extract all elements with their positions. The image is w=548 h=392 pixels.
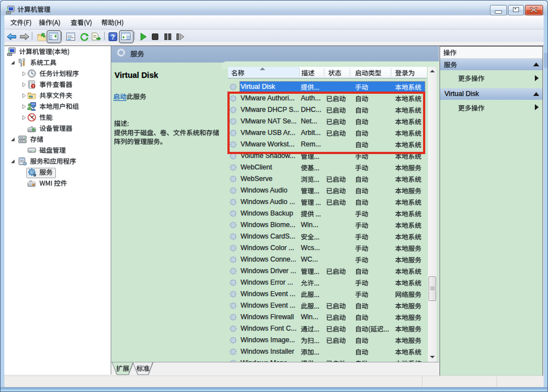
svg-text:?: ? bbox=[111, 33, 115, 41]
